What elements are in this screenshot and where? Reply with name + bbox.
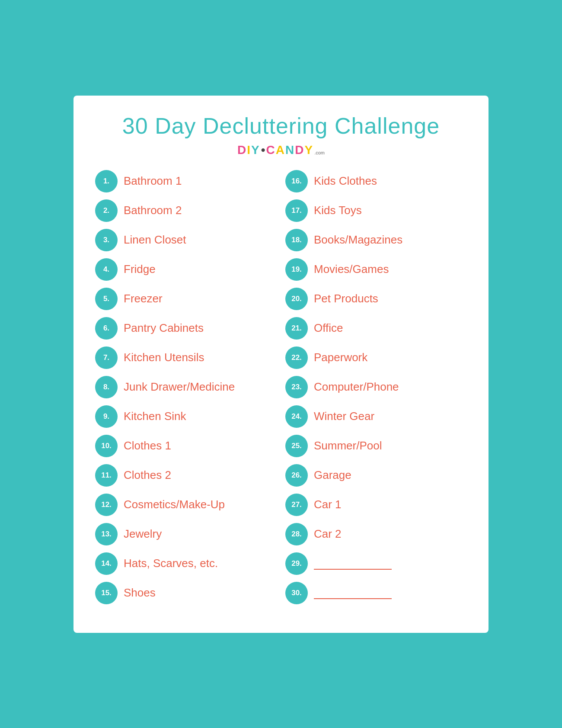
- item-number-circle: 7.: [95, 346, 118, 369]
- item-number-circle: 21.: [285, 317, 308, 340]
- item-label: Linen Closet: [124, 233, 186, 247]
- list-item: 28.Car 2: [285, 523, 467, 545]
- item-label: Kitchen Utensils: [124, 351, 204, 364]
- logo-separator: •: [261, 143, 265, 157]
- list-item: 21.Office: [285, 317, 467, 340]
- logo-yy: Y: [304, 143, 313, 157]
- list-item: 30.: [285, 582, 467, 604]
- item-label: [314, 587, 392, 599]
- columns-container: 1.Bathroom 12.Bathroom 23.Linen Closet4.…: [95, 170, 467, 611]
- item-label: Fridge: [124, 263, 156, 276]
- item-number-circle: 19.: [285, 258, 308, 281]
- list-item: 11.Clothes 2: [95, 464, 277, 487]
- logo-candy: CANDY: [266, 143, 314, 157]
- item-label: Computer/Phone: [314, 380, 399, 394]
- item-label: Kids Clothes: [314, 174, 377, 188]
- list-item: 13.Jewelry: [95, 523, 277, 545]
- logo-d: D: [237, 143, 247, 157]
- item-label: Hats, Scarves, etc.: [124, 557, 218, 570]
- item-number-circle: 15.: [95, 582, 118, 604]
- left-column: 1.Bathroom 12.Bathroom 23.Linen Closet4.…: [95, 170, 277, 611]
- item-number-circle: 9.: [95, 405, 118, 428]
- list-item: 19.Movies/Games: [285, 258, 467, 281]
- item-number-circle: 30.: [285, 582, 308, 604]
- main-card: 30 Day Decluttering Challenge DIY • CAND…: [73, 96, 489, 633]
- item-number-circle: 4.: [95, 258, 118, 281]
- item-label: Summer/Pool: [314, 439, 382, 452]
- item-number-circle: 6.: [95, 317, 118, 340]
- logo: DIY • CANDY .com: [95, 143, 467, 157]
- item-label: Pet Products: [314, 292, 378, 305]
- item-label: Paperwork: [314, 351, 367, 364]
- list-item: 12.Cosmetics/Make-Up: [95, 494, 277, 516]
- logo-dd: D: [295, 143, 304, 157]
- list-item: 3.Linen Closet: [95, 229, 277, 251]
- item-label: Movies/Games: [314, 263, 389, 276]
- item-number-circle: 11.: [95, 464, 118, 487]
- item-label: Shoes: [124, 586, 156, 600]
- item-label: Winter Gear: [314, 410, 374, 423]
- list-item: 17.Kids Toys: [285, 199, 467, 222]
- item-label: Garage: [314, 468, 351, 482]
- item-number-circle: 2.: [95, 199, 118, 222]
- item-label: Kids Toys: [314, 204, 362, 217]
- list-item: 29.: [285, 552, 467, 575]
- item-label: Books/Magazines: [314, 233, 402, 247]
- list-item: 9.Kitchen Sink: [95, 405, 277, 428]
- item-number-circle: 17.: [285, 199, 308, 222]
- list-item: 8.Junk Drawer/Medicine: [95, 376, 277, 398]
- logo-c: C: [266, 143, 276, 157]
- item-number-circle: 1.: [95, 170, 118, 192]
- item-number-circle: 13.: [95, 523, 118, 545]
- logo-com: .com: [314, 150, 325, 155]
- item-number-circle: 23.: [285, 376, 308, 398]
- item-number-circle: 26.: [285, 464, 308, 487]
- item-number-circle: 29.: [285, 552, 308, 575]
- list-item: 25.Summer/Pool: [285, 435, 467, 457]
- page-title: 30 Day Decluttering Challenge: [95, 113, 467, 139]
- list-item: 1.Bathroom 1: [95, 170, 277, 192]
- logo-diy: DIY: [237, 143, 260, 157]
- item-number-circle: 8.: [95, 376, 118, 398]
- item-label: Pantry Cabinets: [124, 321, 204, 335]
- item-label: Bathroom 1: [124, 174, 182, 188]
- list-item: 24.Winter Gear: [285, 405, 467, 428]
- list-item: 22.Paperwork: [285, 346, 467, 369]
- item-number-circle: 20.: [285, 288, 308, 310]
- item-number-circle: 25.: [285, 435, 308, 457]
- item-number-circle: 24.: [285, 405, 308, 428]
- logo-y: Y: [251, 143, 260, 157]
- list-item: 10.Clothes 1: [95, 435, 277, 457]
- item-number-circle: 14.: [95, 552, 118, 575]
- item-number-circle: 5.: [95, 288, 118, 310]
- list-item: 4.Fridge: [95, 258, 277, 281]
- list-item: 5.Freezer: [95, 288, 277, 310]
- list-item: 7.Kitchen Utensils: [95, 346, 277, 369]
- logo-a: A: [276, 143, 285, 157]
- list-item: 2.Bathroom 2: [95, 199, 277, 222]
- item-label: Car 2: [314, 527, 342, 541]
- list-item: 14.Hats, Scarves, etc.: [95, 552, 277, 575]
- item-number-circle: 27.: [285, 494, 308, 516]
- logo-i: I: [247, 143, 251, 157]
- list-item: 20.Pet Products: [285, 288, 467, 310]
- item-number-circle: 3.: [95, 229, 118, 251]
- item-number-circle: 22.: [285, 346, 308, 369]
- list-item: 18.Books/Magazines: [285, 229, 467, 251]
- list-item: 6.Pantry Cabinets: [95, 317, 277, 340]
- list-item: 15.Shoes: [95, 582, 277, 604]
- right-column: 16.Kids Clothes17.Kids Toys18.Books/Maga…: [285, 170, 467, 611]
- list-item: 27.Car 1: [285, 494, 467, 516]
- item-number-circle: 10.: [95, 435, 118, 457]
- item-label: Clothes 2: [124, 468, 171, 482]
- item-label: Freezer: [124, 292, 163, 305]
- item-label: Jewelry: [124, 527, 162, 541]
- item-label: [314, 558, 392, 570]
- item-label: Office: [314, 321, 343, 335]
- item-number-circle: 28.: [285, 523, 308, 545]
- item-number-circle: 16.: [285, 170, 308, 192]
- item-label: Junk Drawer/Medicine: [124, 380, 235, 394]
- item-label: Kitchen Sink: [124, 410, 186, 423]
- item-label: Cosmetics/Make-Up: [124, 498, 225, 511]
- list-item: 23.Computer/Phone: [285, 376, 467, 398]
